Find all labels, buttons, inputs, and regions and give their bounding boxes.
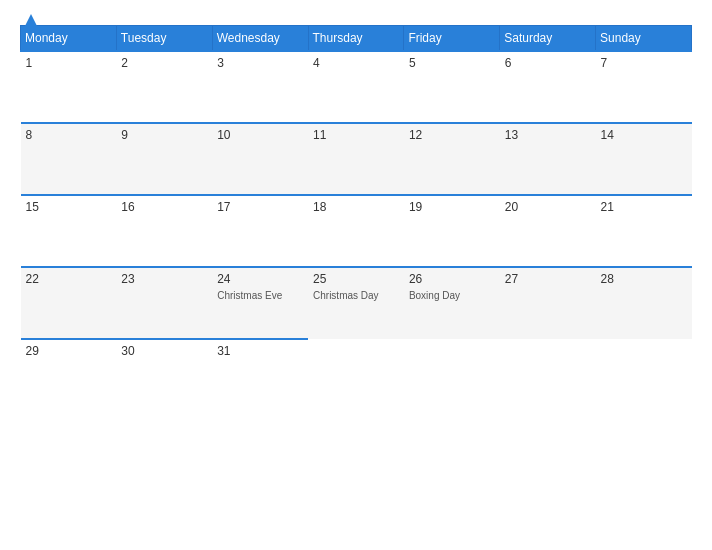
day-number: 28: [601, 272, 687, 286]
calendar-cell: [404, 339, 500, 411]
calendar-cell: [500, 339, 596, 411]
weekday-header-sunday: Sunday: [596, 26, 692, 52]
day-number: 2: [121, 56, 207, 70]
day-number: 13: [505, 128, 591, 142]
calendar-cell: 22: [21, 267, 117, 339]
day-number: 7: [601, 56, 687, 70]
weekday-header-wednesday: Wednesday: [212, 26, 308, 52]
calendar-table: MondayTuesdayWednesdayThursdayFridaySatu…: [20, 25, 692, 411]
day-number: 19: [409, 200, 495, 214]
calendar-cell: 16: [116, 195, 212, 267]
calendar-week-row: 15161718192021: [21, 195, 692, 267]
calendar-cell: [308, 339, 404, 411]
calendar-week-row: 1234567: [21, 51, 692, 123]
day-number: 11: [313, 128, 399, 142]
day-number: 9: [121, 128, 207, 142]
calendar-cell: 6: [500, 51, 596, 123]
day-number: 17: [217, 200, 303, 214]
calendar-cell: 10: [212, 123, 308, 195]
calendar-cell: 24Christmas Eve: [212, 267, 308, 339]
day-number: 22: [26, 272, 112, 286]
calendar-cell: 5: [404, 51, 500, 123]
calendar-cell: 8: [21, 123, 117, 195]
day-number: 30: [121, 344, 207, 358]
day-number: 18: [313, 200, 399, 214]
calendar-cell: 11: [308, 123, 404, 195]
day-number: 14: [601, 128, 687, 142]
calendar-cell: 27: [500, 267, 596, 339]
calendar-cell: 29: [21, 339, 117, 411]
day-number: 4: [313, 56, 399, 70]
weekday-header-thursday: Thursday: [308, 26, 404, 52]
weekday-header-tuesday: Tuesday: [116, 26, 212, 52]
calendar-cell: 20: [500, 195, 596, 267]
weekday-header-row: MondayTuesdayWednesdayThursdayFridaySatu…: [21, 26, 692, 52]
calendar-cell: [596, 339, 692, 411]
calendar-cell: 30: [116, 339, 212, 411]
day-number: 5: [409, 56, 495, 70]
calendar-cell: 7: [596, 51, 692, 123]
day-number: 24: [217, 272, 303, 286]
svg-marker-0: [25, 14, 37, 26]
event-label: Christmas Eve: [217, 289, 303, 302]
day-number: 26: [409, 272, 495, 286]
calendar-cell: 3: [212, 51, 308, 123]
logo-triangle-icon: [24, 13, 38, 27]
calendar-cell: 12: [404, 123, 500, 195]
event-label: Boxing Day: [409, 289, 495, 302]
calendar-cell: 14: [596, 123, 692, 195]
weekday-header-saturday: Saturday: [500, 26, 596, 52]
calendar-cell: 23: [116, 267, 212, 339]
calendar-week-row: 222324Christmas Eve25Christmas Day26Boxi…: [21, 267, 692, 339]
day-number: 6: [505, 56, 591, 70]
calendar-cell: 21: [596, 195, 692, 267]
calendar-cell: 18: [308, 195, 404, 267]
logo: [20, 15, 38, 27]
calendar-cell: 15: [21, 195, 117, 267]
calendar-cell: 17: [212, 195, 308, 267]
calendar-cell: 4: [308, 51, 404, 123]
calendar-cell: 28: [596, 267, 692, 339]
event-label: Christmas Day: [313, 289, 399, 302]
calendar-page: MondayTuesdayWednesdayThursdayFridaySatu…: [0, 0, 712, 550]
day-number: 10: [217, 128, 303, 142]
day-number: 27: [505, 272, 591, 286]
day-number: 23: [121, 272, 207, 286]
calendar-cell: 26Boxing Day: [404, 267, 500, 339]
day-number: 12: [409, 128, 495, 142]
calendar-cell: 9: [116, 123, 212, 195]
calendar-cell: 25Christmas Day: [308, 267, 404, 339]
day-number: 31: [217, 344, 303, 358]
day-number: 16: [121, 200, 207, 214]
calendar-cell: 13: [500, 123, 596, 195]
day-number: 1: [26, 56, 112, 70]
calendar-cell: 19: [404, 195, 500, 267]
day-number: 20: [505, 200, 591, 214]
day-number: 3: [217, 56, 303, 70]
weekday-header-friday: Friday: [404, 26, 500, 52]
calendar-cell: 31: [212, 339, 308, 411]
calendar-cell: 2: [116, 51, 212, 123]
weekday-header-monday: Monday: [21, 26, 117, 52]
calendar-week-row: 293031: [21, 339, 692, 411]
day-number: 15: [26, 200, 112, 214]
day-number: 21: [601, 200, 687, 214]
calendar-week-row: 891011121314: [21, 123, 692, 195]
calendar-cell: 1: [21, 51, 117, 123]
day-number: 29: [26, 344, 112, 358]
day-number: 25: [313, 272, 399, 286]
day-number: 8: [26, 128, 112, 142]
